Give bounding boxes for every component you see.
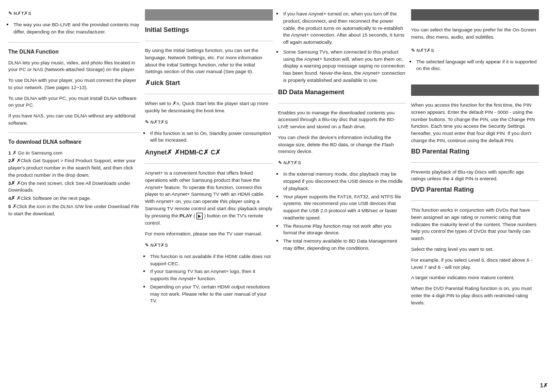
col3-anynet-bullet-2: Some Samsung TVs, when connected to this… xyxy=(283,48,406,84)
col1-top-bullet-1: The way you use BD-LIVE and the provided… xyxy=(13,21,140,36)
bd-bullet-2: Your player supports the FAT16, FAT32, a… xyxy=(283,193,406,221)
initial-settings-title: Initial Settings xyxy=(145,26,273,33)
dlna-body: DLNA lets you play music, video, and pho… xyxy=(8,59,140,74)
dlna-p2: To use DLNA with your player, you must c… xyxy=(8,77,140,91)
step-4: 4✗ ✗Click Software on the next page. xyxy=(8,195,140,202)
lang-bullet-1: The selected language will only appear i… xyxy=(416,58,539,73)
col2-anynet-notes-tag: ✎ N✗T✗S xyxy=(145,243,273,248)
bd-data-body1: Enables you to manage the downloaded con… xyxy=(278,109,406,130)
bd-bullet-4: The total memory available to BD Data Ma… xyxy=(283,237,406,252)
column-1: ✎ N✗T✗S The way you use BD-LIVE and the … xyxy=(8,9,140,377)
col1-top-notes-tag: ✎ N✗T✗S xyxy=(8,11,140,16)
dvd-parental-body1: This function works in conjunction with … xyxy=(411,207,539,242)
col4-top-header-bar xyxy=(411,9,539,21)
col2-divider-3 xyxy=(145,163,273,164)
anynet-body2: For more information, please see the TV … xyxy=(145,230,273,237)
col4-divider-1 xyxy=(411,162,539,163)
col1-divider-2 xyxy=(8,132,140,133)
col4-access-header-bar xyxy=(411,84,539,96)
col3-divider-1 xyxy=(278,103,406,104)
anynet-title: Anynet✗ ✗HDMI-C✗ C✗ xyxy=(145,148,273,156)
dvd-parental-body4: A larger number indicates more mature co… xyxy=(411,274,539,281)
anynet-body1: Anynet+ is a convenient function that of… xyxy=(145,169,273,227)
quick-start-body: When set to ✗n, Quick Start lets the pla… xyxy=(145,100,273,114)
col2-notes-tag: ✎ N✗T✗S xyxy=(145,120,273,125)
bd-bullet-1: In the external memory mode, disc playba… xyxy=(283,171,406,192)
download-title: To download DLNA software xyxy=(8,139,140,145)
col3-anynet-bullet-1: If you have Anynet+ turned on, when you … xyxy=(283,10,406,46)
column-2: Initial Settings By using the Initial Se… xyxy=(145,9,273,377)
bd-data-body2: You can check the device's information i… xyxy=(278,134,406,155)
initial-settings-body: By using the Initial Settings function, … xyxy=(145,47,273,75)
quick-bullet-1: If this function is set to On, Standby p… xyxy=(150,130,273,144)
bd-parental-body: Prevents playback of Blu-ray Discs with … xyxy=(411,168,539,183)
col4-top-text: You can select the language you prefer f… xyxy=(411,26,539,41)
step-3: 3✗ ✗On the next screen, click See All Do… xyxy=(8,180,140,194)
col3-notes-tag: ✎ N✗T✗S xyxy=(278,160,406,165)
anynet-bullet-2: If your Samsung TV has an Anynet+ logo, … xyxy=(150,268,273,282)
step-5: 5 ✗Click the icon in the DLNA S/W line u… xyxy=(8,203,140,217)
download-steps: 1 ✗ Go to Samsung.com 2✗ ✗Click Get Supp… xyxy=(8,149,140,218)
bd-data-title: BD Data Management xyxy=(278,89,406,96)
dlna-p4: If you have NAS, you can use DLNA withou… xyxy=(8,112,140,127)
bd-parental-title: BD Parental Rating xyxy=(411,148,539,155)
step-1: 1 ✗ Go to Samsung.com xyxy=(8,149,140,157)
col4-lang-notes-tag: ✎ N✗T✗S xyxy=(411,48,539,53)
anynet-bullet-3: Depending on your TV, certain HDMI outpu… xyxy=(150,283,273,304)
col4-divider-2 xyxy=(411,200,539,201)
dvd-parental-body3: For example, if you select Level 6, disc… xyxy=(411,257,539,271)
col2-divider-1 xyxy=(145,41,273,41)
quick-start-title: ✗uick Start xyxy=(145,79,273,87)
step-2: 2✗ ✗Click Get Support > Find Product Sup… xyxy=(8,157,140,178)
page-number: 1✗ xyxy=(0,382,557,392)
access-body: When you access this function for the fi… xyxy=(411,101,539,144)
dvd-parental-body2: Select the rating level you want to set. xyxy=(411,246,539,253)
anynet-bullet-1: This function is not available if the HD… xyxy=(150,253,273,267)
dvd-parental-body5: When the DVD Parental Rating function is… xyxy=(411,285,539,306)
column-3: If you have Anynet+ turned on, when you … xyxy=(278,9,406,377)
dlna-title: The DLNA Function xyxy=(8,48,140,55)
col2-header-bar xyxy=(145,9,273,21)
col2-divider-2 xyxy=(145,94,273,94)
col1-divider-1 xyxy=(8,42,140,43)
bd-bullet-3: The Resume Play function may not work af… xyxy=(283,223,406,237)
column-4: You can select the language you prefer f… xyxy=(411,9,539,377)
dvd-parental-title: DVD Parental Rating xyxy=(411,186,539,193)
dlna-p3: To use DLNA with your PC, you must insta… xyxy=(8,95,140,109)
